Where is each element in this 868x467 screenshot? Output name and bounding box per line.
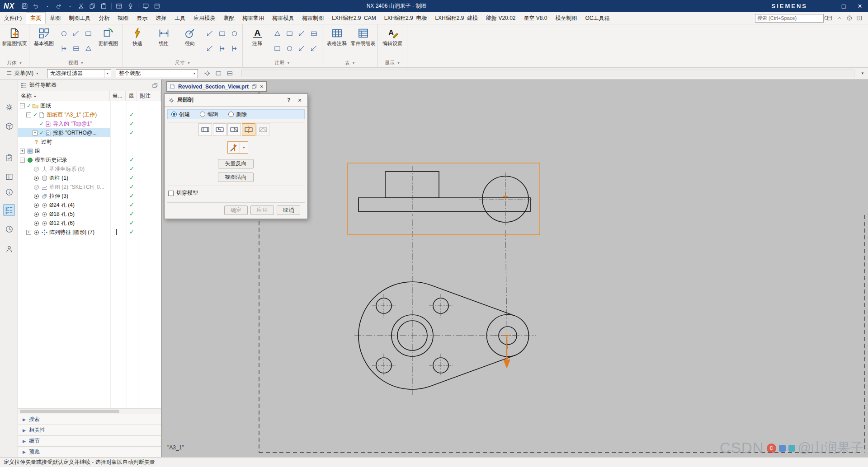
cancel-button[interactable]: 取消 xyxy=(277,205,300,215)
hd3d-tools-icon[interactable] xyxy=(3,186,15,198)
view-boundary-icon[interactable] xyxy=(82,27,94,40)
section-细节[interactable]: ▶细节 xyxy=(18,435,161,446)
work-layer-icon[interactable] xyxy=(214,69,224,78)
microphone-icon[interactable] xyxy=(125,1,136,11)
ribbon-button-编辑设置[interactable]: A编辑设置 xyxy=(379,25,406,58)
help-icon[interactable] xyxy=(844,14,854,23)
layout-icon[interactable] xyxy=(825,14,835,23)
redo-icon[interactable] xyxy=(53,1,64,11)
tab-LXH编程2.9_CAM[interactable]: LXH编程2.9_CAM xyxy=(328,12,380,24)
crosshatch-icon[interactable] xyxy=(308,27,320,40)
history-icon[interactable] xyxy=(3,223,15,235)
radio-编辑[interactable]: 编辑 xyxy=(200,111,218,118)
selection-scope-dropdown[interactable]: 整个装配▼ xyxy=(116,69,198,78)
stepped-section-icon[interactable] xyxy=(213,123,226,136)
close-tab-icon[interactable]: × xyxy=(260,84,264,89)
half-section-icon[interactable] xyxy=(227,123,241,136)
assembly-navigator-icon[interactable] xyxy=(3,120,15,132)
ribbon-group-label-尺寸[interactable]: 尺寸▼ xyxy=(124,59,241,67)
extrusion-vector-arrow[interactable] xyxy=(503,336,510,369)
section-line-icon[interactable] xyxy=(198,123,212,136)
part-navigator-icon[interactable] xyxy=(3,204,15,216)
section-搜索[interactable]: ▶搜索 xyxy=(18,414,161,425)
tab-主页[interactable]: 主页 xyxy=(26,12,46,24)
tree-row[interactable]: Ø18 孔 (5)✓ xyxy=(18,210,161,219)
window-menu-icon[interactable] xyxy=(113,1,125,11)
snap-point-icon[interactable] xyxy=(203,69,212,78)
expander-plus[interactable]: + xyxy=(33,131,38,135)
radio-删除[interactable]: 删除 xyxy=(228,111,247,118)
tree-row[interactable]: ✓导入的 "Top@1"✓ xyxy=(18,119,161,128)
column-header-附注[interactable]: 附注 xyxy=(137,91,161,101)
selection-filter-dropdown[interactable]: 无选择过滤器▼ xyxy=(47,69,111,78)
collapse-ribbon-icon[interactable] xyxy=(835,14,844,23)
projected-view-icon[interactable] xyxy=(58,27,70,40)
tab-梅雷制图[interactable]: 梅雷制图 xyxy=(298,12,328,24)
expander-plus[interactable]: + xyxy=(26,230,31,235)
window-icon[interactable] xyxy=(151,1,163,11)
break-view-icon[interactable] xyxy=(70,42,82,55)
dialog-help-icon[interactable]: ? xyxy=(285,97,293,103)
feature-control-frame-icon[interactable] xyxy=(271,27,283,40)
dialog-close-icon[interactable]: × xyxy=(296,97,304,104)
ribbon-group-label-片体[interactable]: 片体▼ xyxy=(1,59,28,67)
column-header-名称[interactable]: 名称▲ xyxy=(18,91,110,101)
ribbon-group-label-显示[interactable]: 显示▼ xyxy=(379,59,406,67)
radio-创建[interactable]: 创建 xyxy=(171,111,190,118)
detail-view-icon[interactable] xyxy=(70,27,82,40)
thickness-dim-icon[interactable] xyxy=(216,27,228,40)
expander-minus[interactable]: − xyxy=(20,103,25,108)
ribbon-button-注释[interactable]: A注释 xyxy=(244,25,270,58)
tree-row[interactable]: +阵列特征 [圆形] (7)✓ xyxy=(18,228,161,237)
copy-icon[interactable] xyxy=(87,1,98,11)
undo-icon[interactable] xyxy=(30,1,42,11)
tab-LXH编程2.9_建模[interactable]: LXH编程2.9_建模 xyxy=(431,12,482,24)
save-icon[interactable] xyxy=(19,1,30,11)
tab-文件(F)[interactable]: 文件(F) xyxy=(0,12,26,24)
undock-panel-icon[interactable] xyxy=(152,82,158,89)
constraint-navigator-icon[interactable] xyxy=(3,152,15,163)
tab-工具[interactable]: 工具 xyxy=(170,12,189,24)
display-options-icon[interactable] xyxy=(82,42,94,55)
minimize-icon[interactable]: – xyxy=(819,0,835,12)
tree-row[interactable]: +✓投影 "ORTHO@...✓ xyxy=(18,128,161,137)
surface-finish-icon[interactable] xyxy=(283,42,295,55)
tab-LXH编程2.9_电极[interactable]: LXH编程2.9_电极 xyxy=(380,12,431,24)
ordinate-dim-icon[interactable] xyxy=(216,42,228,55)
expander-minus[interactable]: − xyxy=(26,112,31,117)
chamfer-dim-icon[interactable] xyxy=(204,42,216,55)
ribbon-button-基本视图[interactable]: 基本视图 xyxy=(31,25,57,58)
image-icon[interactable] xyxy=(308,42,320,55)
scrollbar-thumb[interactable] xyxy=(20,410,119,413)
ribbon-button-快速[interactable]: 快速 xyxy=(124,25,151,58)
redo-caret-icon[interactable] xyxy=(64,1,75,11)
column-header-最[interactable]: 最 xyxy=(126,91,137,101)
section-预览[interactable]: ▶预览 xyxy=(18,446,161,457)
tab-GC工具箱[interactable]: GC工具箱 xyxy=(581,12,614,24)
tree-row[interactable]: 圆柱 (1)✓ xyxy=(18,173,161,182)
ribbon-button-更新视图[interactable]: 更新视图 xyxy=(95,25,121,58)
toolbar-options-caret[interactable]: ▼ xyxy=(861,71,864,75)
section-view-icon[interactable] xyxy=(58,42,70,55)
paste-icon[interactable] xyxy=(98,1,109,11)
ribbon-button-零件明细表[interactable]: 零件明细表 xyxy=(350,25,376,58)
tab-应用模块[interactable]: 应用模块 xyxy=(189,12,219,24)
tree-row[interactable]: 拉伸 (3)✓ xyxy=(18,191,161,201)
close-icon[interactable]: × xyxy=(852,0,868,12)
tree-row[interactable]: Ø24 孔 (4)✓ xyxy=(18,201,161,210)
expander-minus[interactable]: − xyxy=(20,158,25,163)
reverse-vector-button[interactable]: 矢量反向 xyxy=(218,159,254,168)
tab-装配[interactable]: 装配 xyxy=(219,12,238,24)
reuse-library-icon[interactable] xyxy=(3,171,15,182)
tree-row[interactable]: −✓图纸页 "A3_1" (工作)✓ xyxy=(18,110,161,119)
datum-feature-icon[interactable] xyxy=(271,42,283,55)
breakout-section-icon[interactable] xyxy=(242,123,255,136)
balloon-icon[interactable] xyxy=(283,27,295,40)
restore-window-icon[interactable] xyxy=(251,84,257,89)
tree-row[interactable]: +组 xyxy=(18,146,161,155)
pair-icon[interactable] xyxy=(225,69,235,78)
view-selection-box[interactable] xyxy=(348,163,540,234)
document-tab[interactable]: Revolved_Section_View.prt × xyxy=(166,81,267,92)
center-mark-icon[interactable] xyxy=(296,42,307,55)
horizontal-scrollbar[interactable] xyxy=(18,408,161,414)
